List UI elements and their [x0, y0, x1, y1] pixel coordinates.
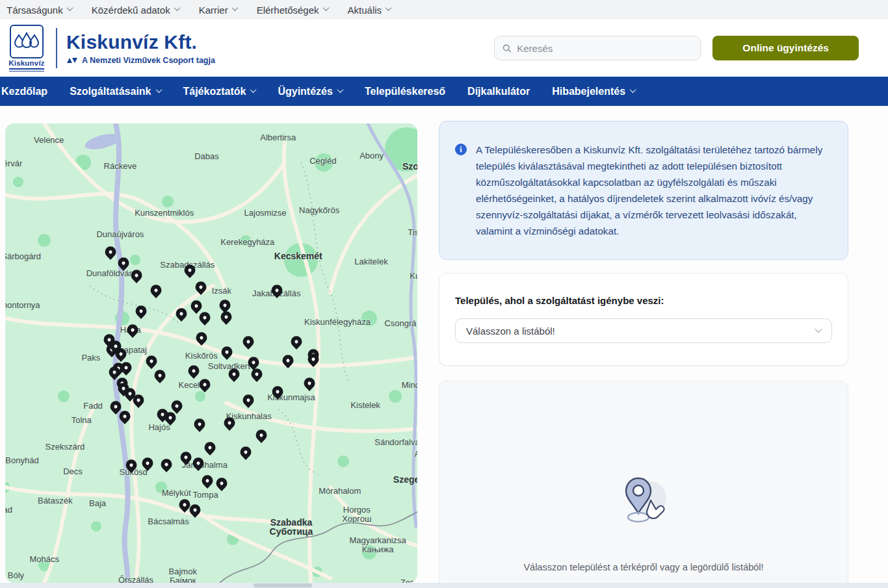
map-pin[interactable]	[109, 367, 120, 378]
map-pin[interactable]	[126, 459, 137, 470]
map-city-label: Abony	[359, 151, 384, 160]
page: TársaságunkKözérdekű adatokKarrierElérhe…	[0, 0, 888, 588]
map-pin[interactable]	[185, 265, 196, 276]
map-pin[interactable]	[228, 368, 239, 379]
top-nav-item-aktualis[interactable]: Aktuális	[348, 5, 391, 16]
map-pin[interactable]	[171, 400, 182, 411]
nav-item-label: Szolgáltatásaink	[70, 86, 151, 97]
map-pin[interactable]	[202, 475, 213, 486]
map-pin[interactable]	[165, 413, 176, 424]
nav-item-label: Hibabejelentés	[552, 86, 625, 97]
map-pin[interactable]	[243, 336, 254, 347]
map-pin[interactable]	[222, 347, 233, 358]
map-pin[interactable]	[116, 348, 127, 359]
online-ugyintezes-button[interactable]: Online ügyintézés	[712, 36, 859, 60]
map-pin[interactable]	[205, 442, 216, 454]
nav-item-dijkalkulator[interactable]: Díjkalkulátor	[467, 86, 530, 97]
map-pin[interactable]	[220, 311, 231, 322]
map-pin[interactable]	[151, 285, 162, 296]
nav-item-label: Karrier	[199, 5, 228, 16]
map-city-label: Cegléd	[309, 157, 336, 166]
top-nav-item-karrier[interactable]: Karrier	[199, 5, 237, 16]
map-pin[interactable]	[191, 300, 202, 311]
map-pin[interactable]	[241, 447, 252, 458]
map-pin[interactable]	[142, 458, 153, 469]
map-city-label: Szekszárd	[46, 442, 85, 452]
map-pin[interactable]	[251, 368, 262, 379]
map-pin[interactable]	[219, 300, 230, 311]
map-pin[interactable]	[271, 285, 282, 296]
nav-item-ugyintezes[interactable]: Ügyintézés	[278, 86, 342, 97]
map-pin[interactable]	[120, 363, 131, 374]
nav-item-hibabejelentes[interactable]: Hibabejelentés	[552, 86, 635, 97]
map-pin[interactable]	[199, 379, 210, 390]
map-city-label: Baja	[89, 499, 106, 508]
map-pin[interactable]	[308, 353, 319, 364]
map-city-label: Kecel	[178, 381, 200, 390]
map-city-label: Kecskemét	[274, 251, 322, 261]
nav-item-szolgaltatasaink[interactable]: Szolgáltatásaink	[70, 86, 161, 97]
map-pin[interactable]	[272, 386, 283, 397]
chevron-down-icon	[630, 86, 636, 93]
map-city-label: Sárbogárd	[5, 252, 41, 261]
map-city-label: Paks	[81, 353, 100, 363]
chevron-down-icon	[250, 86, 257, 93]
map-pin[interactable]	[199, 312, 210, 323]
top-nav-item-tarsasagunk[interactable]: Társaságunk	[7, 5, 72, 16]
logo[interactable]: Kiskunvíz Kiskunvíz Kft. A Nemzeti Vizmű…	[7, 25, 215, 71]
map-city-label: Őrszállás	[118, 576, 153, 583]
map-pin[interactable]	[248, 357, 259, 368]
search-box[interactable]	[494, 36, 701, 60]
nav-item-label: Társaságunk	[7, 5, 63, 16]
map-city-label: Dabas	[194, 152, 219, 161]
map-pin[interactable]	[131, 270, 142, 281]
map-city-label: Bóly	[8, 571, 24, 580]
map-pin[interactable]	[118, 257, 129, 268]
top-nav-item-kozerdeku-adatok[interactable]: Közérdekű adatok	[92, 5, 179, 16]
scrollbar-thumb[interactable]	[254, 583, 312, 587]
map-pin[interactable]	[291, 336, 302, 347]
map-city-label: Nagykőrös	[299, 206, 339, 215]
map-pin[interactable]	[196, 281, 207, 292]
horizontal-scrollbar[interactable]	[0, 583, 888, 588]
map-pin[interactable]	[133, 394, 144, 405]
map-city-label: érvár	[5, 159, 22, 168]
nav-item-tajekoztatok[interactable]: Tájékoztatók	[183, 86, 256, 97]
map-pin[interactable]	[243, 394, 254, 405]
top-nav-item-elerhetosegek[interactable]: Elérhetőségek	[257, 5, 328, 16]
search-input[interactable]	[517, 43, 692, 54]
map-pin[interactable]	[136, 306, 147, 317]
map-pin[interactable]	[188, 366, 199, 377]
map-pin[interactable]	[161, 459, 172, 470]
map-pin[interactable]	[255, 429, 267, 441]
map-pin[interactable]	[224, 417, 235, 428]
map-city-label: Lakitelek	[354, 257, 387, 266]
settlement-select[interactable]: Válasszon a listából!	[455, 318, 832, 343]
map-city-label: Kistelek	[350, 401, 380, 410]
map-pin[interactable]	[127, 325, 138, 336]
logo-line	[9, 68, 44, 70]
nav-item-label: Közérdekű adatok	[92, 5, 170, 16]
map-pin[interactable]	[119, 411, 130, 422]
map-pin[interactable]	[154, 370, 165, 381]
map-pin[interactable]	[216, 478, 227, 489]
map-pin[interactable]	[146, 356, 157, 367]
nav-item-kezdolap[interactable]: Kezdőlap	[1, 86, 47, 97]
map[interactable]: VelenceérvárRáckeveDabasAlbertirsaCegléd…	[5, 123, 417, 583]
map-pin[interactable]	[192, 458, 203, 469]
map-pin[interactable]	[194, 419, 205, 430]
map-pin[interactable]	[105, 246, 116, 257]
map-city-label: Ráckeve	[104, 162, 137, 171]
map-pin[interactable]	[190, 504, 201, 515]
map-city-label: Kerekegyháza	[220, 238, 274, 247]
pin-cursor-illustration	[614, 476, 673, 531]
map-pin[interactable]	[304, 378, 315, 389]
map-pin[interactable]	[180, 452, 191, 463]
map-pin[interactable]	[196, 333, 207, 344]
nav-item-telepuleskereso[interactable]: Településkereső	[365, 86, 445, 97]
map-pin[interactable]	[179, 499, 190, 510]
map-city-label: Tolna	[72, 416, 92, 425]
map-pin[interactable]	[176, 308, 187, 319]
map-pin[interactable]	[282, 355, 293, 366]
settlement-select-card: Település, ahol a szolgáltatást igénybe …	[439, 273, 848, 366]
